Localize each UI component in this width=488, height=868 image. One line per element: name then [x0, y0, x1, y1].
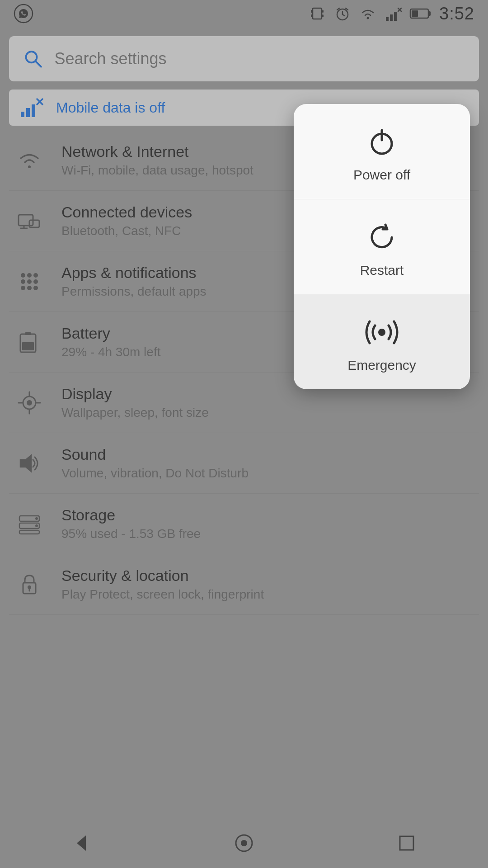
restart-button[interactable]: Restart [294, 199, 470, 294]
restart-icon [364, 219, 400, 255]
restart-label: Restart [360, 263, 404, 278]
emergency-icon [361, 314, 402, 350]
power-off-button[interactable]: Power off [294, 104, 470, 199]
power-off-icon [364, 124, 400, 160]
emergency-button[interactable]: Emergency [294, 294, 470, 389]
power-off-label: Power off [353, 167, 410, 183]
emergency-label: Emergency [347, 358, 416, 373]
power-menu-top: Power off Restart [294, 104, 470, 294]
power-menu: Power off Restart [294, 104, 470, 389]
svg-point-61 [378, 329, 385, 336]
power-menu-bottom: Emergency [294, 294, 470, 389]
